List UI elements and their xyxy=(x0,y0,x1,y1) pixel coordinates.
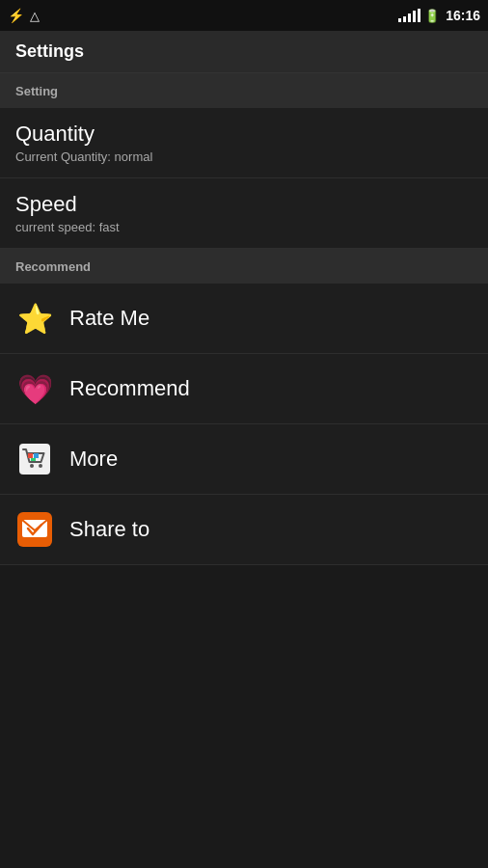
svg-rect-4 xyxy=(34,453,39,458)
quantity-subtitle: Current Quantity: normal xyxy=(15,149,473,164)
cart-icon-svg xyxy=(17,442,52,476)
battery-icon: 🔋 xyxy=(424,9,440,23)
setting-section-header: Setting xyxy=(0,73,488,108)
svg-point-2 xyxy=(39,464,42,468)
recommend-label: Recommend xyxy=(69,376,190,401)
speed-subtitle: current speed: fast xyxy=(15,220,473,234)
status-bar: ⚡ △ 🔋 16:16 xyxy=(0,0,488,31)
quantity-item[interactable]: Quantity Current Quantity: normal xyxy=(0,108,488,178)
heart-icon: 💗 xyxy=(15,369,54,408)
more-label: More xyxy=(69,447,118,472)
setting-section-label: Setting xyxy=(15,84,58,98)
share-envelope-svg xyxy=(21,519,48,540)
status-time: 16:16 xyxy=(446,8,480,23)
title-bar: Settings xyxy=(0,31,488,73)
star-icon: ⭐ xyxy=(15,299,54,338)
svg-point-1 xyxy=(30,464,34,468)
recommend-section-label: Recommend xyxy=(15,259,91,274)
page-title: Settings xyxy=(15,41,84,62)
quantity-title: Quantity xyxy=(15,122,473,147)
share-icon xyxy=(15,510,54,549)
more-item[interactable]: More xyxy=(0,424,488,495)
speed-title: Speed xyxy=(15,192,473,217)
share-icon-container xyxy=(17,512,52,547)
signal-icon xyxy=(398,9,420,22)
share-to-label: Share to xyxy=(69,517,149,542)
share-to-item[interactable]: Share to xyxy=(0,495,488,565)
status-bar-left: ⚡ △ xyxy=(8,8,40,23)
cart-icon xyxy=(15,440,54,478)
rate-me-label: Rate Me xyxy=(69,306,149,331)
recommend-item[interactable]: 💗 Recommend xyxy=(0,354,488,424)
svg-rect-3 xyxy=(28,453,33,458)
recommend-section-header: Recommend xyxy=(0,249,488,284)
android-icon: △ xyxy=(30,9,40,23)
status-bar-right: 🔋 16:16 xyxy=(398,8,480,23)
usb-icon: ⚡ xyxy=(8,8,24,23)
speed-item[interactable]: Speed current speed: fast xyxy=(0,178,488,249)
svg-rect-5 xyxy=(31,458,36,461)
rate-me-item[interactable]: ⭐ Rate Me xyxy=(0,284,488,354)
